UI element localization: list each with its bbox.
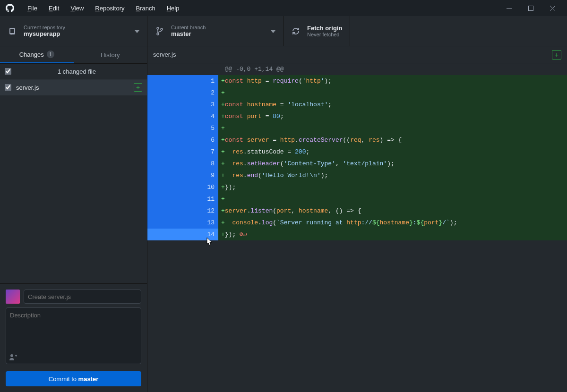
gutter-old: [147, 75, 183, 87]
new-file-icon[interactable]: +: [552, 50, 561, 60]
diff-line[interactable]: 5+: [147, 122, 567, 134]
gutter-old: [147, 111, 183, 122]
commit-button[interactable]: Commit to master: [6, 371, 141, 386]
diff-code: +: [218, 87, 567, 99]
gutter-new: 1: [183, 75, 218, 87]
gutter-new: 11: [183, 193, 218, 205]
gutter-old: [147, 134, 183, 146]
svg-point-6: [161, 28, 163, 30]
repo-label: Current repository: [24, 25, 65, 30]
diff-line[interactable]: 3+const hostname = 'localhost';: [147, 99, 567, 111]
branch-icon: [155, 26, 164, 36]
branch-label: Current branch: [171, 25, 206, 30]
gutter-old: [147, 229, 183, 240]
diff-code: +: [218, 122, 567, 134]
file-checkbox[interactable]: [5, 84, 11, 91]
menu-file[interactable]: File: [22, 2, 43, 15]
gutter-new: 9: [183, 170, 218, 181]
diff-hunk-header: @@ -0,0 +1,14 @@: [147, 63, 567, 75]
fetch-button[interactable]: Fetch origin Never fetched: [284, 16, 350, 46]
window-maximize-button[interactable]: [520, 0, 541, 16]
menu-view[interactable]: View: [65, 2, 89, 15]
file-added-icon: +: [134, 83, 142, 92]
select-all-checkbox[interactable]: [5, 68, 11, 75]
gutter-new: 7: [183, 146, 218, 158]
diff-code: +const hostname = 'localhost';: [218, 99, 567, 111]
diff-line[interactable]: 8+ res.setHeader('Content-Type', 'text/p…: [147, 158, 567, 170]
gutter-new: 14: [183, 229, 218, 240]
diff-body[interactable]: @@ -0,0 +1,14 @@1+const http = require('…: [147, 63, 567, 392]
diff-line[interactable]: 12+server.listen(port, hostname, () => {: [147, 205, 567, 217]
diff-line[interactable]: 14+}); ⊘↵: [147, 229, 567, 240]
menu-repository[interactable]: Repository: [89, 2, 130, 15]
avatar: [6, 290, 20, 304]
diff-line[interactable]: 9+ res.end('Hello World!\n');: [147, 170, 567, 181]
diff-code: + res.setHeader('Content-Type', 'text/pl…: [218, 158, 567, 170]
diff-line[interactable]: 6+const server = http.createServer((req,…: [147, 134, 567, 146]
diff-line[interactable]: 10+});: [147, 181, 567, 193]
tab-history-label: History: [101, 51, 120, 59]
tab-history[interactable]: History: [74, 46, 147, 63]
gutter-new: 6: [183, 134, 218, 146]
fetch-value: Never fetched: [307, 32, 342, 37]
app-menu: File Edit View Repository Branch Help: [22, 2, 185, 15]
diff-line[interactable]: 13+ console.log(`Server running at http:…: [147, 217, 567, 229]
diff-line[interactable]: 2+: [147, 87, 567, 99]
commit-panel: Commit to master: [0, 283, 147, 392]
diff-code: + res.statusCode = 200;: [218, 146, 567, 158]
branch-switcher[interactable]: Current branch master: [147, 16, 284, 46]
gutter-new: 2: [183, 87, 218, 99]
gutter-new: 8: [183, 158, 218, 170]
add-coauthor-icon[interactable]: [9, 354, 17, 362]
tab-changes[interactable]: Changes 1: [0, 46, 74, 63]
diff-panel: server.js + @@ -0,0 +1,14 @@1+const http…: [147, 46, 567, 392]
chevron-down-icon: [271, 27, 275, 34]
gutter-old: [147, 181, 183, 193]
files-header-label: 1 changed file: [11, 68, 142, 75]
repo-switcher[interactable]: Current repository mysuperapp: [0, 16, 147, 46]
diff-code: + res.end('Hello World!\n');: [218, 170, 567, 181]
gutter-new: 13: [183, 217, 218, 229]
diff-code: + console.log(`Server running at http://…: [218, 217, 567, 229]
commit-summary-input[interactable]: [24, 290, 141, 304]
diff-line[interactable]: 7+ res.statusCode = 200;: [147, 146, 567, 158]
commit-description-input[interactable]: [6, 307, 141, 364]
repo-icon: [8, 27, 17, 35]
svg-point-7: [10, 354, 13, 357]
diff-line[interactable]: 11+: [147, 193, 567, 205]
main: Changes 1 History 1 changed file server.…: [0, 46, 567, 392]
commit-button-prefix: Commit to: [49, 375, 78, 383]
diff-code: +const http = require('http');: [218, 75, 567, 87]
menu-help[interactable]: Help: [161, 2, 185, 15]
gutter-old: [147, 217, 183, 229]
gutter-old: [147, 99, 183, 111]
files-header: 1 changed file: [0, 63, 147, 79]
diff-code: +const server = http.createServer((req, …: [218, 134, 567, 146]
gutter-new: 12: [183, 205, 218, 217]
gutter-old: [147, 193, 183, 205]
diff-filename: server.js: [153, 51, 176, 58]
sidebar: Changes 1 History 1 changed file server.…: [0, 46, 147, 392]
diff-code: +}); ⊘↵: [218, 229, 567, 240]
gutter-new: 10: [183, 181, 218, 193]
diff-header: server.js +: [147, 46, 567, 63]
svg-rect-1: [528, 6, 533, 10]
file-row[interactable]: server.js +: [0, 79, 147, 95]
no-newline-icon: ⊘↵: [240, 231, 247, 238]
gutter-new: 3: [183, 99, 218, 111]
diff-line[interactable]: 4+const port = 80;: [147, 111, 567, 122]
gutter-old: [147, 205, 183, 217]
gutter-old: [147, 87, 183, 99]
file-name: server.js: [16, 84, 39, 91]
diff-code: +const port = 80;: [218, 111, 567, 122]
menu-edit[interactable]: Edit: [43, 2, 65, 15]
sidebar-tabs: Changes 1 History: [0, 46, 147, 63]
window-minimize-button[interactable]: [498, 0, 520, 16]
menu-branch[interactable]: Branch: [130, 2, 161, 15]
window-close-button[interactable]: [541, 0, 563, 16]
chevron-down-icon: [135, 27, 139, 34]
diff-code: +server.listen(port, hostname, () => {: [218, 205, 567, 217]
toolbar: Current repository mysuperapp Current br…: [0, 16, 567, 46]
diff-line[interactable]: 1+const http = require('http');: [147, 75, 567, 87]
gutter-old: [147, 170, 183, 181]
